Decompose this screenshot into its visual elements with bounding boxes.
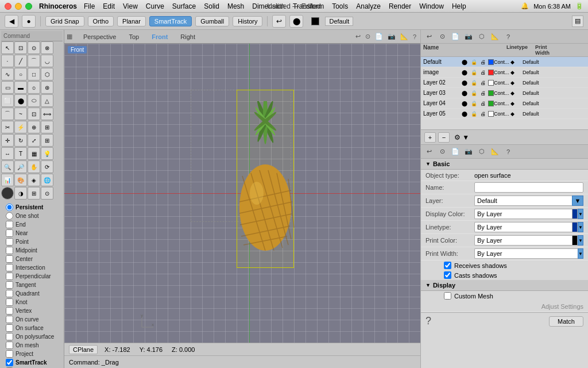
color-swatch-default[interactable]	[488, 59, 494, 65]
pan-tool[interactable]: ✋	[28, 160, 40, 173]
zoom-in-tool[interactable]: 🔍	[1, 160, 14, 173]
snap-one-shot[interactable]: One shot	[6, 212, 58, 220]
vis-icon-04[interactable]: ⬤	[461, 99, 469, 108]
orbit-tool[interactable]: ⟳	[41, 160, 53, 173]
print-color-select[interactable]: By Layer ▼	[474, 235, 583, 246]
circle-tool[interactable]: ○	[14, 68, 27, 80]
linetype-select[interactable]: By Layer ▼	[474, 222, 583, 232]
panel-toggle[interactable]: ▤	[572, 16, 583, 27]
curve-tool[interactable]: ∿	[1, 68, 14, 80]
print-icon-image[interactable]: 🖨	[479, 68, 487, 76]
grid-tool[interactable]: ⊞	[28, 187, 40, 200]
props-icon-2[interactable]: ⊙	[436, 147, 448, 157]
sphere-tool[interactable]: ⬤	[14, 94, 27, 107]
cone-tool[interactable]: △	[41, 94, 53, 107]
layers-icon-2[interactable]: ⊙	[436, 32, 448, 42]
scale-tool[interactable]: ⤢	[28, 134, 40, 147]
tab-top[interactable]: Top	[123, 30, 145, 43]
back-btn[interactable]: ◀	[5, 15, 18, 28]
snap-center[interactable]: Center	[6, 255, 58, 263]
layers-icon-7[interactable]: ?	[502, 32, 514, 42]
color-swatch-04[interactable]	[488, 101, 494, 106]
display-color-arrow[interactable]: ▼	[578, 209, 583, 219]
rect-tool[interactable]: □	[28, 68, 40, 80]
menu-analyze[interactable]: Analyze	[356, 2, 381, 10]
arc-tool[interactable]: ◡	[41, 55, 53, 67]
color-swatch-05[interactable]	[488, 111, 494, 117]
snap-persistent-radio[interactable]	[6, 204, 13, 211]
help-icon[interactable]: ?	[425, 315, 431, 327]
snap-point[interactable]: Point	[6, 238, 58, 246]
props-icon-1[interactable]: ↩	[423, 147, 435, 157]
tab-right[interactable]: Right	[175, 30, 201, 43]
revolve-tool[interactable]: ⊛	[41, 81, 53, 94]
vis-icon-05[interactable]: ⬤	[461, 110, 469, 118]
snap-on-curve[interactable]: On curve	[6, 316, 58, 323]
cplane-indicator[interactable]: CPlane	[69, 345, 98, 354]
select-tool[interactable]: ↖	[1, 41, 14, 54]
lock-icon-02[interactable]: 🔒	[470, 79, 478, 87]
history-btn[interactable]: History	[233, 16, 262, 26]
snap-smarttrack[interactable]: SmartTrack	[6, 359, 58, 366]
vp-icon-5[interactable]: 📐	[399, 33, 410, 40]
layer-dropdown[interactable]: Default	[325, 17, 353, 26]
layer-row-03[interactable]: Layer 03 ⬤ 🔒 🖨 Cont... ◆ Default	[421, 88, 588, 98]
snap-perpendicular[interactable]: Perpendicular	[6, 273, 58, 280]
tab-front[interactable]: Front	[146, 30, 173, 43]
traffic-lights[interactable]	[5, 3, 32, 10]
lock-icon-05[interactable]: 🔒	[470, 110, 478, 118]
layer-row-05[interactable]: Layer 05 ⬤ 🔒 🖨 Cont... ◆ Default	[421, 109, 588, 119]
remove-layer-btn[interactable]: −	[438, 132, 450, 143]
menu-window[interactable]: Window	[419, 2, 444, 10]
select-window[interactable]: ⊡	[14, 41, 27, 54]
layers-icon-4[interactable]: 📷	[463, 32, 474, 42]
menu-help[interactable]: Help	[452, 2, 466, 10]
layer-select[interactable]: Default ▼	[474, 195, 583, 206]
add-layer-btn[interactable]: +	[424, 132, 436, 143]
undo-btn[interactable]: ↩	[272, 15, 286, 28]
display-section-header[interactable]: ▼ Display	[421, 280, 588, 291]
print-icon-03[interactable]: 🖨	[479, 89, 487, 97]
print-icon-05[interactable]: 🖨	[479, 110, 487, 118]
color-swatch-03[interactable]	[488, 90, 494, 96]
print-icon-02[interactable]: 🖨	[479, 79, 487, 87]
snap-on-polysurface[interactable]: On polysurface	[6, 333, 58, 340]
linetype-arrow[interactable]: ▼	[578, 222, 583, 232]
hatch-tool[interactable]: ▦	[28, 147, 40, 160]
offset-tool[interactable]: ⊡	[28, 108, 40, 120]
vp-icon-4[interactable]: 📷	[386, 33, 397, 40]
extrude-tool[interactable]: ▬	[14, 81, 27, 94]
props-icon-4[interactable]: 📷	[463, 147, 474, 157]
custom-mesh-checkbox[interactable]	[444, 292, 451, 300]
receives-shadows-checkbox[interactable]	[444, 262, 451, 269]
viewport-canvas[interactable]: x y Front	[64, 44, 420, 343]
blend-tool[interactable]: ~	[14, 108, 27, 120]
menu-view[interactable]: View	[123, 2, 138, 10]
print-icon-04[interactable]: 🖨	[479, 99, 487, 108]
planar-btn[interactable]: Planar	[117, 16, 146, 26]
props-icon-5[interactable]: ⬡	[476, 147, 488, 157]
lock-icon-default[interactable]: 🔒	[470, 58, 478, 66]
tab-perspective[interactable]: Perspective	[78, 30, 122, 43]
vp-icon-1[interactable]: ↩	[354, 33, 362, 40]
layer-row-default[interactable]: Default ⬤ 🔒 🖨 Cont... ◆ Default	[421, 57, 588, 67]
vp-icon-2[interactable]: ⊙	[363, 33, 372, 40]
lasso-tool[interactable]: ⊙	[28, 41, 40, 54]
vis-icon-default[interactable]: ⬤	[461, 58, 469, 66]
color-swatch-02[interactable]	[488, 80, 494, 86]
grid-snap-btn[interactable]: Grid Snap	[45, 16, 84, 26]
vis-icon-image[interactable]: ⬤	[461, 68, 469, 76]
snap-end[interactable]: End	[6, 221, 58, 228]
layer-row-04[interactable]: Layer 04 ⬤ 🔒 🖨 Cont... ◆ Default	[421, 98, 588, 109]
layers-icon-1[interactable]: ↩	[423, 32, 435, 42]
color-swatch-tool[interactable]	[1, 187, 14, 200]
menu-surface[interactable]: Surface	[172, 2, 196, 10]
redo-btn[interactable]: ⬤	[289, 15, 303, 28]
forward-btn[interactable]: ●	[22, 15, 36, 28]
cyl-tool[interactable]: ⬭	[28, 94, 40, 107]
menu-render[interactable]: Render	[389, 2, 411, 10]
snap-persistent[interactable]: Persistent	[6, 204, 58, 211]
render-tool[interactable]: 🎨	[14, 174, 27, 186]
ortho-btn[interactable]: Ortho	[88, 16, 114, 26]
line-tool[interactable]: ╱	[14, 55, 27, 67]
